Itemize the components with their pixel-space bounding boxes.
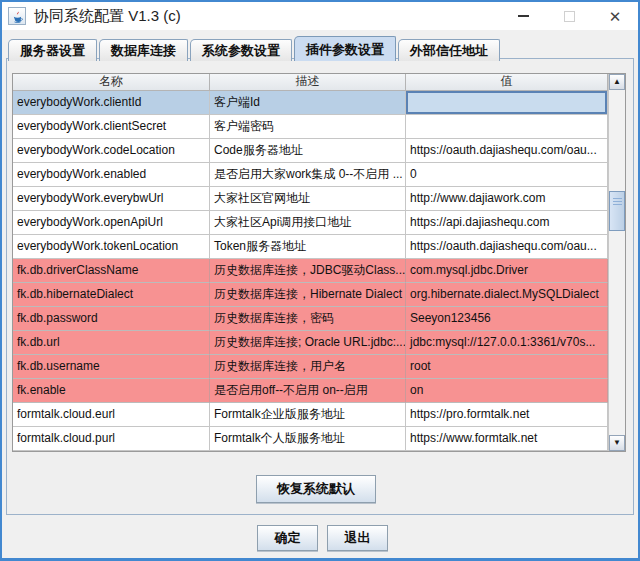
cell-name[interactable]: fk.db.driverClassName [13,259,210,283]
cell-value[interactable]: https://pro.formtalk.net [406,403,608,427]
table-row[interactable]: fk.enable是否启用off--不启用 on--启用on [13,379,608,403]
exit-button[interactable]: 退出 [327,525,388,551]
cell-desc[interactable]: Formtalk个人版服务地址 [210,427,406,451]
cell-name[interactable]: formtalk.cloud.eurl [13,403,210,427]
vertical-scrollbar[interactable]: ▲ ▼ [608,74,625,451]
window-controls: ✕ [500,2,638,30]
maximize-icon [564,11,575,22]
table-row[interactable]: everybodyWork.enabled是否启用大家work集成 0--不启用… [13,163,608,187]
cell-value[interactable]: https://oauth.dajiashequ.com/oau... [406,139,608,163]
scrollbar-thumb[interactable] [609,191,625,231]
table-row[interactable]: fk.db.driverClassName历史数据库连接，JDBC驱动Class… [13,259,608,283]
cell-name[interactable]: everybodyWork.clientId [13,91,210,115]
table-row[interactable]: formtalk.cloud.eurlFormtalk企业版服务地址https:… [13,403,608,427]
tab-3[interactable]: 系统参数设置 [190,39,292,61]
tab-2[interactable]: 数据库连接 [99,39,188,61]
scroll-up-button[interactable]: ▲ [609,74,625,90]
close-icon: ✕ [609,9,622,24]
cell-value[interactable]: root [406,355,608,379]
java-cup-icon [8,7,26,25]
minimize-icon [518,15,529,17]
cell-name[interactable]: everybodyWork.openApiUrl [13,211,210,235]
scroll-up-icon: ▲ [613,78,621,86]
cell-value[interactable]: http://www.dajiawork.com [406,187,608,211]
table-row[interactable]: fk.db.hibernateDialect历史数据库连接，Hibernate … [13,283,608,307]
window-title: 协同系统配置 V1.3 (c) [34,7,181,26]
cell-desc[interactable]: 客户端密码 [210,115,406,139]
table-header: 名称 描述 值 [13,74,608,91]
table-row[interactable]: everybodyWork.clientSecret客户端密码 [13,115,608,139]
cell-value[interactable] [406,91,608,115]
scroll-down-button[interactable]: ▼ [609,435,625,451]
column-header-name[interactable]: 名称 [13,74,210,91]
cell-value[interactable]: com.mysql.jdbc.Driver [406,259,608,283]
cell-value[interactable] [406,115,608,139]
cell-desc[interactable]: 历史数据库连接，Hibernate Dialect [210,283,406,307]
cell-value[interactable]: 0 [406,163,608,187]
cell-name[interactable]: fk.enable [13,379,210,403]
cell-name[interactable]: fk.db.hibernateDialect [13,283,210,307]
table-row[interactable]: everybodyWork.everybwUrl大家社区官网地址http://w… [13,187,608,211]
table-row[interactable]: fk.db.username历史数据库连接，用户名root [13,355,608,379]
cell-value[interactable]: org.hibernate.dialect.MySQLDialect [406,283,608,307]
table-row[interactable]: everybodyWork.openApiUrl大家社区Api调用接口地址htt… [13,211,608,235]
cell-name[interactable]: fk.db.username [13,355,210,379]
parameters-table: 名称 描述 值 everybodyWork.clientId客户端Idevery… [12,73,626,452]
cell-desc[interactable]: 客户端Id [210,91,406,115]
tab-5[interactable]: 外部信任地址 [398,39,500,61]
cell-value[interactable]: jdbc:mysql://127.0.0.1:3361/v70s... [406,331,608,355]
table-row[interactable]: formtalk.cloud.purlFormtalk个人版服务地址https:… [13,427,608,451]
table-row[interactable]: fk.db.url历史数据库连接; Oracle URL:jdbc:...jdb… [13,331,608,355]
app-window: 协同系统配置 V1.3 (c) ✕ 服务器设置数据库连接系统参数设置插件参数设置… [0,0,640,561]
cell-desc[interactable]: Formtalk企业版服务地址 [210,403,406,427]
cell-value[interactable]: https://api.dajiashequ.com [406,211,608,235]
cell-name[interactable]: fk.db.password [13,307,210,331]
cell-desc[interactable]: 历史数据库连接，用户名 [210,355,406,379]
table-row[interactable]: everybodyWork.clientId客户端Id [13,91,608,115]
cell-value[interactable]: https://oauth.dajiashequ.com/oau... [406,235,608,259]
cell-desc[interactable]: 大家社区官网地址 [210,187,406,211]
table-row[interactable]: everybodyWork.codeLocationCode服务器地址https… [13,139,608,163]
close-button[interactable]: ✕ [592,2,638,30]
ok-button[interactable]: 确定 [257,525,318,551]
minimize-button[interactable] [500,2,546,30]
cell-name[interactable]: formtalk.cloud.purl [13,427,210,451]
cell-desc[interactable]: 大家社区Api调用接口地址 [210,211,406,235]
cell-name[interactable]: everybodyWork.everybwUrl [13,187,210,211]
scroll-down-icon: ▼ [613,439,621,447]
cell-name[interactable]: everybodyWork.enabled [13,163,210,187]
cell-desc[interactable]: 历史数据库连接，JDBC驱动Class... [210,259,406,283]
table-main: 名称 描述 值 everybodyWork.clientId客户端Idevery… [13,74,608,451]
cell-value[interactable]: Seeyon123456 [406,307,608,331]
cell-value[interactable]: https://www.formtalk.net [406,427,608,451]
cell-desc[interactable]: 是否启用大家work集成 0--不启用 ... [210,163,406,187]
maximize-button[interactable] [546,2,592,30]
cell-desc[interactable]: 历史数据库连接，密码 [210,307,406,331]
cell-desc[interactable]: Code服务器地址 [210,139,406,163]
column-header-desc[interactable]: 描述 [210,74,406,91]
restore-defaults-button[interactable]: 恢复系统默认 [256,475,376,503]
tab-bar: 服务器设置数据库连接系统参数设置插件参数设置外部信任地址 [8,36,502,61]
cell-desc[interactable]: Token服务器地址 [210,235,406,259]
table-row[interactable]: everybodyWork.tokenLocationToken服务器地址htt… [13,235,608,259]
cell-desc[interactable]: 历史数据库连接; Oracle URL:jdbc:... [210,331,406,355]
column-header-value[interactable]: 值 [406,74,608,91]
cell-name[interactable]: everybodyWork.codeLocation [13,139,210,163]
cell-value[interactable]: on [406,379,608,403]
cell-name[interactable]: everybodyWork.clientSecret [13,115,210,139]
cell-name[interactable]: everybodyWork.tokenLocation [13,235,210,259]
tab-1[interactable]: 服务器设置 [8,39,97,61]
cell-name[interactable]: fk.db.url [13,331,210,355]
cell-desc[interactable]: 是否启用off--不启用 on--启用 [210,379,406,403]
tab-4[interactable]: 插件参数设置 [294,36,396,61]
title-bar: 协同系统配置 V1.3 (c) ✕ [2,2,638,30]
table-body: everybodyWork.clientId客户端IdeverybodyWork… [13,91,608,451]
table-row[interactable]: fk.db.password历史数据库连接，密码Seeyon123456 [13,307,608,331]
